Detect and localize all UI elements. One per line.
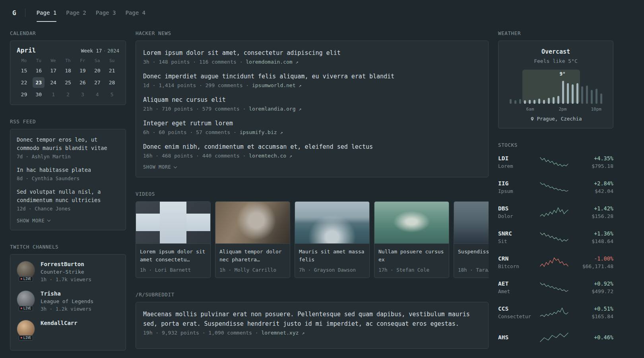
rss-item: Donec tempor eros leo, ut commodo mauris… (17, 136, 119, 160)
tab-page-3[interactable]: Page 3 (91, 0, 121, 25)
stock-row[interactable]: IIGIpsum+2.84%$42.04 (498, 177, 613, 197)
calendar-day-header: Sa (90, 58, 105, 63)
video-title[interactable]: Suspendisse diam (458, 248, 489, 264)
stock-row[interactable]: LDILorem+4.35%$795.18 (498, 152, 613, 171)
twitch-channel-name[interactable]: Trisha (41, 290, 93, 297)
video-title[interactable]: Aliquam tempor dolor nec pharetra… (219, 248, 286, 264)
stock-price: $42.04 (574, 188, 613, 194)
weather-time-label: 10pm (591, 107, 602, 112)
video-title[interactable]: Mauris sit amet massa felis (299, 248, 365, 264)
twitch-channel-meta: 3h · 1.2k viewers (41, 306, 93, 312)
stock-ticker: AHS (498, 334, 536, 340)
rss-item-title[interactable]: Donec tempor eros leo, ut commodo mauris… (17, 136, 119, 152)
stock-price: $66,171.48 (574, 263, 613, 269)
weather-time-label: 2pm (559, 107, 567, 112)
hackernews-item-title[interactable]: Integer eget rutrum lorem (143, 119, 481, 128)
hackernews-item: Integer eget rutrum lorem6h · 60 points … (143, 119, 481, 135)
rss-section-title: RSS FEED (10, 119, 126, 125)
hackernews-item-domain[interactable]: ipsumify.biz ↗ (240, 129, 283, 135)
twitch-channel-name[interactable]: ForrestBurton (41, 261, 91, 267)
twitch-channel-info: ForrestBurtonCounter-Strike1h · 1.7k vie… (41, 261, 91, 282)
stock-values: -1.00%$66,171.48 (574, 255, 613, 269)
hackernews-item: Donec enim nibh, condimentum et accumsan… (143, 142, 481, 159)
subreddit-post-domain[interactable]: loremnet.xyz ↗ (261, 330, 305, 336)
twitch-card: LIVEForrestBurtonCounter-Strike1h · 1.7k… (10, 254, 126, 350)
twitch-channel: LIVEForrestBurtonCounter-Strike1h · 1.7k… (17, 261, 119, 282)
twitch-channel-name[interactable]: KendallCarr (41, 320, 78, 326)
weather-hour-bar (581, 86, 583, 104)
subreddit-post-title[interactable]: Maecenas mollis pulvinar erat non posuer… (143, 309, 481, 329)
stock-sparkline (539, 257, 570, 267)
calendar-day: 5 (106, 89, 118, 100)
stock-ticker: SNRC (498, 230, 536, 237)
hackernews-widget: HACKER NEWS Lorem ipsum dolor sit amet, … (136, 30, 489, 177)
stock-price: $156.28 (574, 213, 613, 219)
stock-row[interactable]: CRNBitcorn-1.00%$66,171.48 (498, 253, 613, 272)
app-logo[interactable]: G (10, 9, 19, 17)
stocks-widget: STOCKS LDILorem+4.35%$795.18IIGIpsum+2.8… (498, 142, 613, 347)
stock-row[interactable]: CCSConsectetur+0.51%$165.84 (498, 303, 613, 322)
stock-change: +1.36% (574, 230, 613, 237)
weather-card: Overcast Feels like 5°C 9° 6am2pm10pm Pr… (498, 41, 613, 128)
stock-row[interactable]: AHS+0.46% (498, 328, 613, 347)
video-title[interactable]: Nullam posuere cursus ex (378, 248, 445, 264)
twitch-channel: LIVEKendallCarr (17, 320, 119, 338)
calendar-week-year: Week 17·2024 (81, 48, 119, 54)
tab-page-2[interactable]: Page 2 (61, 0, 91, 25)
hackernews-item-title[interactable]: Donec imperdiet augue tincidunt felis al… (143, 72, 481, 81)
hackernews-item-title[interactable]: Aliquam nec cursus elit (143, 95, 481, 105)
stock-sparkline (539, 157, 570, 167)
stock-name: Amet (498, 288, 536, 294)
stock-row[interactable]: SNRCSit+1.36%$148.64 (498, 228, 613, 247)
video-title[interactable]: Lorem ipsum dolor sit amet consectetu… (140, 248, 206, 264)
show-more-label: SHOW MORE (143, 164, 171, 170)
weather-hour-bar (524, 100, 526, 104)
hackernews-item-domain[interactable]: ipsumworld.net ↗ (252, 82, 302, 88)
right-column: WEATHER Overcast Feels like 5°C 9° 6am2p… (498, 30, 613, 358)
video-card[interactable]: Mauris sit amet massa felis7h · Grayson … (295, 201, 370, 278)
hackernews-item: Lorem ipsum dolor sit amet, consectetur … (143, 48, 481, 65)
video-card-body: Mauris sit amet massa felis7h · Grayson … (295, 244, 369, 278)
hackernews-show-more-button[interactable]: SHOW MORE (143, 164, 177, 170)
calendar-day-header: Su (105, 58, 119, 63)
rss-show-more-button[interactable]: SHOW MORE (17, 218, 50, 224)
video-card[interactable]: Nullam posuere cursus ex17h · Stefan Col… (374, 201, 449, 278)
stock-ticker: IIG (498, 180, 536, 187)
stock-row[interactable]: DBSDolor+1.42%$156.28 (498, 202, 613, 222)
stock-row[interactable]: AETAmet+0.92%$499.72 (498, 278, 613, 297)
rss-item: Sed volutpat nulla nisl, a condimentum n… (17, 188, 119, 212)
calendar-day-header: Mo (17, 58, 31, 63)
rss-widget: RSS FEED Donec tempor eros leo, ut commo… (10, 119, 126, 230)
tab-page-4[interactable]: Page 4 (120, 0, 150, 25)
stock-ticker: LDI (498, 155, 536, 161)
weather-location-label: Prague, Czechia (537, 116, 582, 122)
subreddit-card: Maecenas mollis pulvinar erat non posuer… (136, 302, 489, 349)
video-card[interactable]: Lorem ipsum dolor sit amet consectetu…1h… (136, 201, 211, 278)
content-columns: CALENDAR April Week 17·2024 MoTuWeThFrSa… (0, 25, 644, 358)
stock-values: +1.42%$156.28 (574, 205, 613, 219)
rss-item-title[interactable]: In hac habitasse platea (17, 166, 119, 174)
video-meta: 18h · Tara… (458, 267, 489, 273)
hackernews-item-domain[interactable]: loremlandia.org ↗ (249, 106, 301, 112)
hackernews-item-meta: 6h · 60 points · 57 comments · ipsumify.… (143, 129, 481, 135)
calendar-day: 4 (91, 89, 103, 100)
rss-item-title[interactable]: Sed volutpat nulla nisl, a condimentum n… (17, 188, 119, 204)
video-card[interactable]: Aliquam tempor dolor nec pharetra…1h · M… (215, 201, 290, 278)
hackernews-item-domain[interactable]: loremtech.co ↗ (249, 153, 292, 159)
hackernews-item-title[interactable]: Donec enim nibh, condimentum et accumsan… (143, 142, 481, 152)
tab-page-1[interactable]: Page 1 (32, 0, 62, 25)
twitch-channel-game: League of Legends (41, 298, 93, 304)
stock-values: +1.36%$148.64 (574, 230, 613, 244)
weather-hour-bar (557, 96, 559, 104)
stock-name: Bitcorn (498, 263, 536, 269)
stock-id: AHS (498, 334, 536, 340)
calendar-day: 30 (33, 89, 45, 100)
videos-row[interactable]: Lorem ipsum dolor sit amet consectetu…1h… (136, 201, 489, 278)
chevron-down-icon (174, 165, 177, 168)
subreddit-widget: /R/SUBREDDIT Maecenas mollis pulvinar er… (136, 292, 489, 349)
hackernews-item-domain[interactable]: loremdomain.com ↗ (246, 59, 298, 65)
video-card[interactable]: Suspendisse diam18h · Tara… (454, 201, 489, 278)
external-link-icon: ↗ (299, 83, 301, 88)
hackernews-item-title[interactable]: Lorem ipsum dolor sit amet, consectetur … (143, 48, 481, 58)
twitch-avatar-wrap: LIVE (17, 320, 35, 338)
